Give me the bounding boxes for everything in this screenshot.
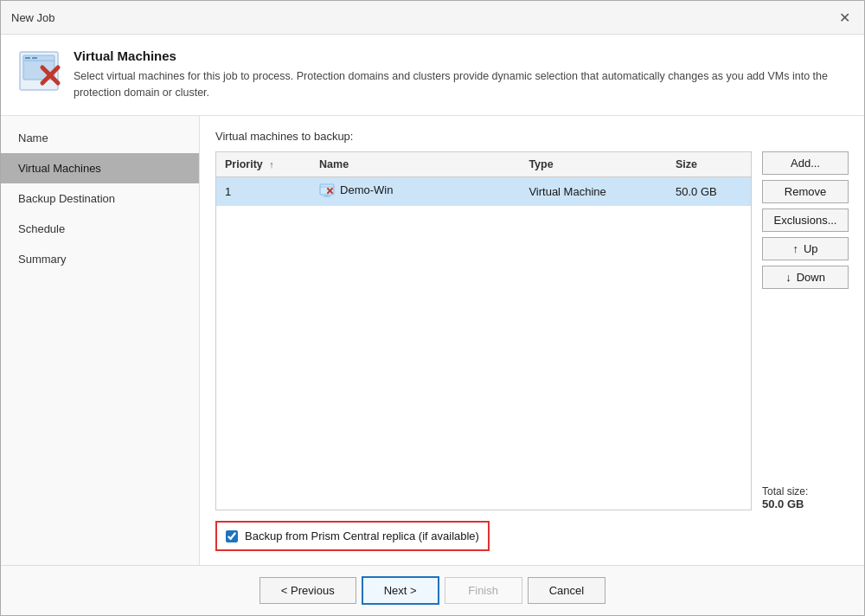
footer: < Previous Next > Finish Cancel — [1, 565, 864, 615]
action-buttons: Add... Remove Exclusions... ↑ Up ↓ Down — [762, 151, 849, 289]
col-priority: Priority ↑ — [216, 152, 311, 177]
title-bar: New Job ✕ — [1, 1, 864, 35]
col-type: Type — [520, 152, 667, 177]
down-arrow-icon: ↓ — [785, 271, 791, 284]
previous-button[interactable]: < Previous — [260, 577, 356, 604]
content-area: Virtual machines to backup: Priority ↑ — [200, 116, 864, 566]
sidebar-item-name[interactable]: Name — [1, 123, 199, 153]
new-job-dialog: New Job ✕ Virtual Machines Select virtua… — [0, 0, 865, 616]
cell-type: Virtual Machine — [520, 176, 667, 206]
sidebar-item-summary[interactable]: Summary — [1, 244, 199, 274]
table-row[interactable]: 1 — [216, 176, 751, 206]
cell-name: Demo-Win — [311, 176, 520, 206]
vm-row-icon — [319, 183, 335, 197]
remove-button[interactable]: Remove — [762, 180, 849, 203]
next-button[interactable]: Next > — [362, 576, 439, 605]
header-section: Virtual Machines Select virtual machines… — [1, 35, 864, 116]
sidebar-item-schedule[interactable]: Schedule — [1, 214, 199, 244]
exclusions-button[interactable]: Exclusions... — [762, 209, 849, 232]
up-arrow-icon: ↑ — [792, 242, 798, 255]
svg-rect-3 — [25, 57, 30, 59]
vm-table-container: Priority ↑ Name Type Size — [215, 151, 752, 511]
table-header: Priority ↑ Name Type Size — [216, 152, 751, 177]
finish-button[interactable]: Finish — [445, 577, 522, 604]
total-size-section: Total size: 50.0 GB — [762, 478, 849, 510]
col-name: Name — [311, 152, 520, 177]
prism-central-checkbox[interactable] — [226, 530, 238, 542]
header-text: Virtual Machines Select virtual machines… — [74, 48, 849, 101]
cell-priority: 1 — [216, 176, 311, 206]
header-description: Select virtual machines for this job to … — [74, 68, 849, 101]
checkbox-label: Backup from Prism Central replica (if av… — [245, 529, 479, 542]
total-size-label: Total size: — [762, 485, 849, 497]
table-and-buttons: Priority ↑ Name Type Size — [215, 151, 849, 511]
dialog-title: New Job — [11, 11, 55, 24]
sidebar-item-backup-destination[interactable]: Backup Destination — [1, 183, 199, 214]
virtual-machines-icon — [16, 48, 61, 93]
right-panel: Add... Remove Exclusions... ↑ Up ↓ Down — [762, 151, 849, 511]
prism-central-checkbox-area: Backup from Prism Central replica (if av… — [215, 521, 490, 551]
svg-rect-4 — [32, 57, 37, 59]
close-button[interactable]: ✕ — [835, 8, 854, 27]
col-size: Size — [667, 152, 751, 177]
down-button[interactable]: ↓ Down — [762, 266, 849, 289]
header-title: Virtual Machines — [74, 48, 849, 63]
cell-size: 50.0 GB — [667, 176, 751, 206]
table-label: Virtual machines to backup: — [215, 130, 849, 143]
vm-table: Priority ↑ Name Type Size — [216, 152, 751, 206]
sort-arrow-icon: ↑ — [269, 159, 274, 170]
main-content: Name Virtual Machines Backup Destination… — [1, 116, 864, 566]
sidebar: Name Virtual Machines Backup Destination… — [1, 116, 200, 566]
table-body: 1 — [216, 176, 751, 206]
sidebar-item-virtual-machines[interactable]: Virtual Machines — [1, 153, 199, 183]
up-button[interactable]: ↑ Up — [762, 237, 849, 260]
total-size-value: 50.0 GB — [762, 497, 849, 510]
cancel-button[interactable]: Cancel — [528, 577, 606, 604]
add-button[interactable]: Add... — [762, 151, 849, 175]
